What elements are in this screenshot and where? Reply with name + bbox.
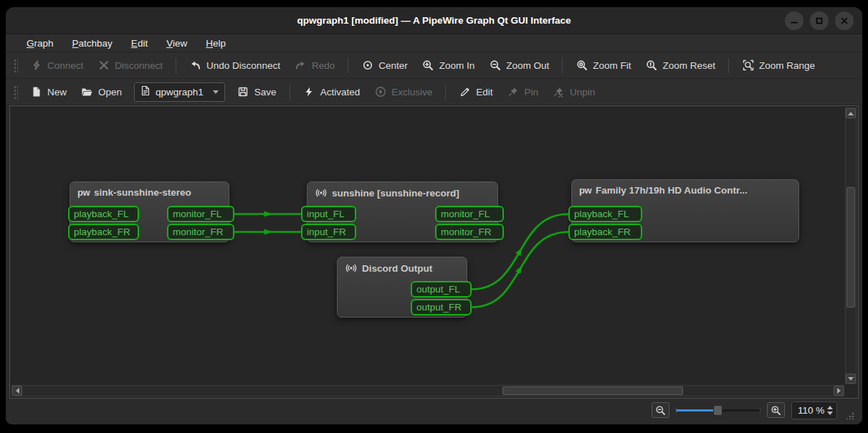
wire-arrow-icon (515, 247, 524, 257)
slider-handle[interactable] (713, 405, 722, 416)
save-button[interactable]: Save (231, 82, 283, 102)
zoom-range-button[interactable]: Zoom Range (735, 56, 821, 75)
undo-icon (189, 60, 201, 72)
toolbar-separator (445, 85, 446, 100)
zoom-out-icon (655, 405, 666, 416)
scroll-right-button[interactable] (834, 386, 844, 396)
toolbar-drag-handle[interactable] (13, 85, 18, 99)
port-input_FL[interactable]: input_FL (301, 206, 356, 222)
unpin-label: Unpin (570, 87, 595, 97)
toolbar-separator (176, 58, 176, 73)
slider-fill (676, 409, 717, 411)
pin-icon (507, 86, 519, 98)
zoom-out-button[interactable]: Zoom Out (482, 56, 555, 75)
save-icon (237, 86, 249, 98)
activated-icon (303, 86, 315, 98)
wire-arrow-icon (264, 211, 272, 217)
zoom-reset-button[interactable]: Zoom Reset (639, 56, 722, 75)
statusbar-zoom-out-button[interactable] (652, 402, 669, 418)
port-monitor_FR[interactable]: monitor_FR (167, 224, 234, 240)
disconnect-icon (97, 60, 110, 72)
zoom-range-label: Zoom Range (759, 60, 815, 71)
open-button[interactable]: Open (75, 82, 128, 102)
zoom-in-button[interactable]: Zoom In (416, 56, 482, 75)
maximize-button[interactable] (810, 11, 829, 30)
patchbay-select-value: qpwgraph1 (156, 87, 204, 97)
zoom-fit-button[interactable]: Zoom Fit (569, 56, 637, 75)
resize-grip[interactable] (845, 411, 855, 422)
disconnect-button[interactable]: Disconnect (91, 56, 169, 75)
arrow-left-icon (16, 388, 19, 394)
port-monitor_FL[interactable]: monitor_FL (435, 206, 504, 222)
center-icon (361, 60, 373, 72)
graph-scene[interactable]: pwsink-sunshine-stereoplayback_FLplaybac… (10, 106, 858, 398)
horizontal-scrollbar[interactable] (11, 385, 844, 396)
menu-view[interactable]: View (160, 37, 194, 50)
minimize-icon (790, 16, 798, 25)
port-playback_FL[interactable]: playback_FL (68, 206, 139, 222)
undo-disconnect-button[interactable]: Undo Disconnect (183, 56, 287, 75)
scroll-left-button[interactable] (12, 386, 22, 396)
open-icon (81, 86, 93, 98)
vertical-scroll-thumb[interactable] (846, 187, 855, 308)
close-button[interactable] (835, 11, 854, 30)
zoom-spinbox[interactable]: 110 % (791, 401, 837, 419)
toolbar-drag-handle[interactable] (13, 58, 18, 72)
zoom-range-icon (742, 60, 754, 72)
vertical-scrollbar[interactable] (845, 108, 857, 384)
menu-edit[interactable]: Edit (125, 37, 154, 50)
arrow-up-icon (848, 112, 854, 115)
edit-icon (459, 86, 471, 98)
menu-patchbay[interactable]: Patchbay (66, 37, 119, 50)
open-label: Open (98, 87, 122, 97)
undo-label: Undo Disconnect (206, 60, 280, 71)
menu-graph[interactable]: Graph (20, 37, 60, 50)
spin-buttons[interactable] (826, 406, 836, 415)
toolbar-separator (728, 58, 729, 73)
maximize-icon (815, 16, 824, 25)
activated-label: Activated (320, 87, 361, 97)
app-window: qpwgraph1 [modified] — A PipeWire Graph … (6, 7, 862, 424)
pin-button[interactable]: Pin (500, 82, 545, 102)
zoom-value: 110 % (798, 405, 826, 416)
port-monitor_FR[interactable]: monitor_FR (435, 224, 504, 240)
horizontal-scroll-thumb[interactable] (502, 386, 683, 395)
scroll-up-button[interactable] (846, 108, 856, 118)
port-playback_FR[interactable]: playback_FR (68, 224, 139, 240)
minimize-button[interactable] (785, 11, 803, 30)
zoom-in-icon (422, 60, 434, 72)
menu-help[interactable]: Help (199, 37, 232, 50)
activated-button[interactable]: Activated (297, 82, 367, 102)
center-button[interactable]: Center (355, 56, 414, 75)
unpin-button[interactable]: Unpin (546, 82, 601, 102)
port-monitor_FL[interactable]: monitor_FL (167, 206, 234, 222)
graph-canvas[interactable]: pwsink-sunshine-stereoplayback_FLplaybac… (9, 105, 859, 399)
new-button[interactable]: New (24, 82, 73, 102)
scroll-down-button[interactable] (846, 373, 856, 384)
exclusive-icon (374, 86, 386, 98)
port-output_FR[interactable]: output_FR (411, 299, 472, 315)
disconnect-label: Disconnect (115, 60, 163, 71)
menubar: Graph Patchbay Edit View Help (6, 34, 862, 52)
statusbar-zoom-in-button[interactable] (767, 402, 785, 418)
redo-button[interactable]: Redo (288, 56, 341, 75)
connections-layer (10, 106, 858, 398)
zoom-slider[interactable] (676, 403, 760, 417)
wire-arrow-icon (264, 229, 272, 235)
edit-button[interactable]: Edit (452, 82, 499, 102)
exclusive-button[interactable]: Exclusive (368, 82, 439, 102)
window-controls (785, 11, 854, 30)
connect-button[interactable]: Connect (24, 56, 90, 75)
port-input_FR[interactable]: input_FR (301, 224, 356, 240)
new-label: New (47, 87, 67, 97)
port-playback_FR[interactable]: playback_FR (568, 224, 642, 240)
titlebar[interactable]: qpwgraph1 [modified] — A PipeWire Graph … (6, 7, 862, 34)
close-icon (840, 16, 849, 25)
toolbar-main: Connect Disconnect Undo Disconnect Redo (6, 52, 862, 79)
wire-arrow-icon (515, 265, 524, 275)
redo-label: Redo (312, 60, 335, 71)
zoom-fit-icon (576, 60, 588, 72)
patchbay-select[interactable]: qpwgraph1 (134, 82, 225, 102)
port-playback_FL[interactable]: playback_FL (568, 206, 642, 222)
port-output_FL[interactable]: output_FL (411, 281, 472, 298)
